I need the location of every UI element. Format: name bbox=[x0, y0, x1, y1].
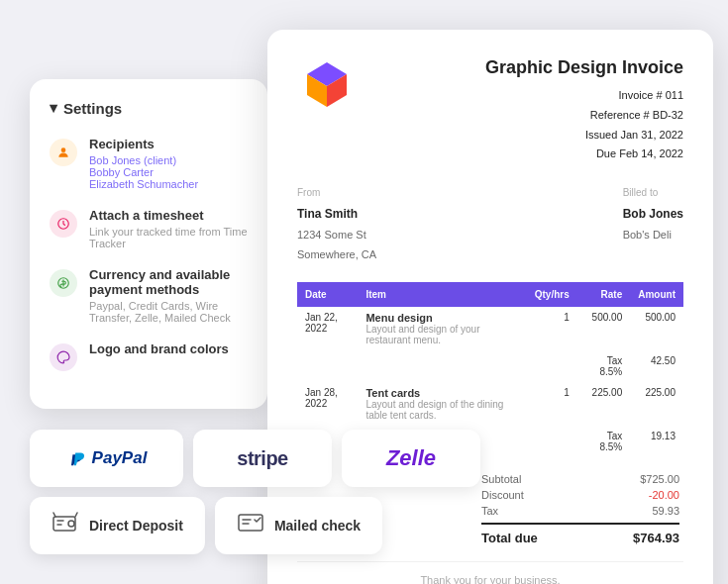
direct-deposit-label: Direct Deposit bbox=[89, 518, 183, 534]
billed-company: Bob's Deli bbox=[623, 226, 683, 245]
tax-row: Tax 59.93 bbox=[481, 505, 679, 517]
palette-icon bbox=[50, 343, 77, 371]
billed-label: Billed to bbox=[623, 184, 683, 202]
timesheet-desc: Link your tracked time from Time Tracker bbox=[89, 226, 248, 249]
total-value: $764.93 bbox=[633, 531, 679, 545]
currency-title: Currency and available payment methods bbox=[89, 267, 248, 297]
timesheet-title: Attach a timesheet bbox=[89, 208, 248, 223]
invoice-num-label: Invoice # bbox=[619, 89, 663, 101]
due-val: Feb 14, 2022 bbox=[619, 147, 683, 159]
subtotal-row: Subtotal $725.00 bbox=[481, 473, 679, 485]
invoice-to: Billed to Bob Jones Bob's Deli bbox=[623, 184, 683, 264]
table-row: Jan 28, 2022 Tent cards Layout and desig… bbox=[297, 382, 683, 426]
chevron-down-icon: ▾ bbox=[50, 99, 57, 117]
recipient-1: Bob Jones (client) bbox=[89, 154, 198, 166]
settings-panel: ▾ Settings Recipients Bob Jones (client)… bbox=[30, 79, 267, 409]
billed-name: Bob Jones bbox=[623, 204, 683, 226]
svg-rect-8 bbox=[239, 515, 262, 531]
from-label: From bbox=[297, 184, 376, 202]
mailed-check-card[interactable]: Mailed check bbox=[215, 497, 382, 554]
user-icon bbox=[50, 139, 77, 166]
settings-item-logo[interactable]: Logo and brand colors bbox=[50, 341, 248, 371]
row1-tax-label: Tax 8.5% bbox=[577, 350, 630, 382]
invoice-from: From Tina Smith 1234 Some St Somewhere, … bbox=[297, 184, 376, 264]
col-item: Item bbox=[358, 282, 526, 307]
stripe-card[interactable]: stripe bbox=[193, 430, 332, 487]
recipient-3: Elizabeth Schumacher bbox=[89, 178, 198, 190]
row1-item-name: Menu design bbox=[365, 312, 518, 324]
col-amount: Amount bbox=[630, 282, 683, 307]
invoice-footer: Thank you for your business. bbox=[297, 561, 683, 584]
row2-item-name: Tent cards bbox=[365, 387, 518, 399]
row1-item: Menu design Layout and design of your re… bbox=[358, 307, 526, 350]
from-addr1: 1234 Some St bbox=[297, 226, 376, 245]
payment-cards: PayPal stripe Zelle Direct Deposit bbox=[30, 430, 480, 554]
row2-tax-label: Tax 8.5% bbox=[577, 426, 630, 457]
direct-deposit-icon bbox=[52, 511, 79, 540]
tax-label: Tax bbox=[481, 505, 498, 517]
invoice-title-block: Graphic Design Invoice Invoice # 011 Ref… bbox=[485, 57, 683, 164]
svg-point-7 bbox=[68, 521, 74, 527]
discount-label: Discount bbox=[481, 489, 524, 501]
stripe-text: stripe bbox=[237, 447, 287, 470]
zelle-text: Zelle bbox=[386, 445, 436, 471]
row1-rate: 500.00 bbox=[577, 307, 630, 350]
invoice-title: Graphic Design Invoice bbox=[485, 57, 683, 78]
row1-date: Jan 22, 2022 bbox=[297, 307, 358, 350]
company-logo bbox=[297, 57, 357, 117]
paypal-text: PayPal bbox=[92, 448, 148, 468]
recipient-2: Bobby Carter bbox=[89, 166, 198, 178]
due-label: Due bbox=[596, 147, 616, 159]
invoice-meta: Invoice # 011 Reference # BD-32 Issued J… bbox=[485, 86, 683, 164]
subtotal-value: $725.00 bbox=[640, 473, 679, 485]
subtotal-label: Subtotal bbox=[481, 473, 521, 485]
mailed-check-label: Mailed check bbox=[274, 518, 361, 534]
row1-tax-amount: 42.50 bbox=[630, 350, 683, 382]
row1-amount: 500.00 bbox=[630, 307, 683, 350]
footer-text: Thank you for your business. bbox=[420, 574, 560, 584]
logo-title: Logo and brand colors bbox=[89, 341, 229, 356]
row2-rate: 225.00 bbox=[577, 382, 630, 426]
table-header: Date Item Qty/hrs Rate Amount bbox=[297, 282, 683, 307]
total-label: Total due bbox=[481, 531, 538, 545]
clock-icon bbox=[50, 210, 77, 238]
paypal-card[interactable]: PayPal bbox=[30, 430, 183, 487]
row2-amount: 225.00 bbox=[630, 382, 683, 426]
table-row-tax: Tax 8.5% 42.50 bbox=[297, 350, 683, 382]
issued-label: Issued bbox=[585, 129, 617, 141]
discount-value: -20.00 bbox=[649, 489, 679, 501]
direct-deposit-card[interactable]: Direct Deposit bbox=[30, 497, 205, 554]
tax-value: 59.93 bbox=[652, 505, 679, 517]
col-date: Date bbox=[297, 282, 358, 307]
col-rate: Rate bbox=[577, 282, 630, 307]
settings-item-recipients[interactable]: Recipients Bob Jones (client) Bobby Cart… bbox=[50, 137, 248, 190]
settings-item-timesheet[interactable]: Attach a timesheet Link your tracked tim… bbox=[50, 208, 248, 249]
payment-row-1: PayPal stripe Zelle bbox=[30, 430, 480, 487]
paypal-icon bbox=[66, 447, 88, 469]
issued-val: Jan 31, 2022 bbox=[620, 129, 683, 141]
currency-desc: Paypal, Credit Cards, Wire Transfer, Zel… bbox=[89, 300, 248, 324]
from-addr2: Somewhere, CA bbox=[297, 245, 376, 265]
recipients-title: Recipients bbox=[89, 137, 198, 151]
zelle-card[interactable]: Zelle bbox=[342, 430, 480, 487]
settings-header: ▾ Settings bbox=[50, 99, 248, 117]
discount-row: Discount -20.00 bbox=[481, 489, 679, 501]
invoice-parties: From Tina Smith 1234 Some St Somewhere, … bbox=[297, 184, 683, 264]
mailed-check-icon bbox=[237, 511, 264, 540]
settings-title: Settings bbox=[63, 100, 122, 117]
ref-label: Reference # bbox=[590, 109, 650, 121]
row1-qty: 1 bbox=[527, 307, 577, 350]
dollar-icon bbox=[50, 269, 77, 297]
settings-item-currency[interactable]: Currency and available payment methods P… bbox=[50, 267, 248, 324]
payment-row-2: Direct Deposit Mailed check bbox=[30, 497, 480, 554]
invoice-num: 011 bbox=[666, 89, 683, 101]
svg-rect-6 bbox=[53, 517, 75, 531]
total-due-row: Total due $764.93 bbox=[481, 523, 679, 545]
col-qty: Qty/hrs bbox=[527, 282, 577, 307]
row1-item-desc: Layout and design of your restaurant men… bbox=[365, 324, 518, 345]
invoice-header: Graphic Design Invoice Invoice # 011 Ref… bbox=[297, 57, 683, 164]
svg-point-0 bbox=[61, 147, 66, 152]
table-row: Jan 22, 2022 Menu design Layout and desi… bbox=[297, 307, 683, 350]
row2-date: Jan 28, 2022 bbox=[297, 382, 358, 426]
row2-item-desc: Layout and design of the dining table te… bbox=[365, 399, 518, 421]
